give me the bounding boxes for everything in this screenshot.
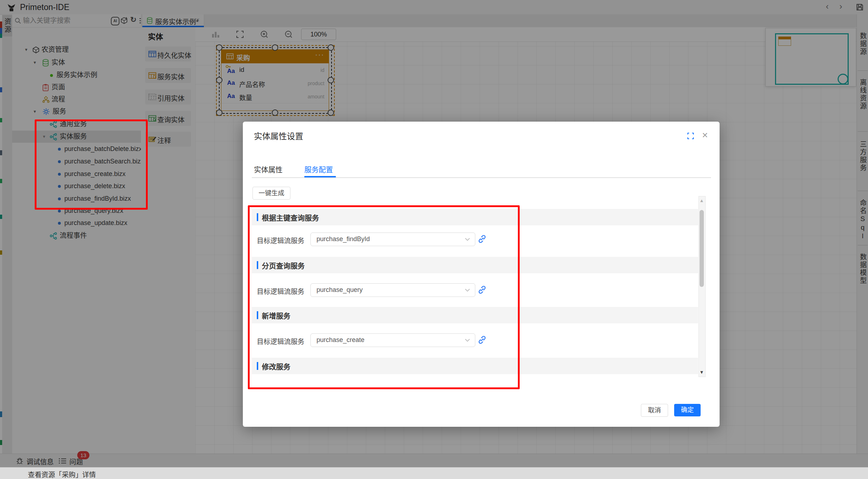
dialog-scrollbar[interactable]: ▲ ▼ bbox=[698, 196, 706, 377]
active-tab-underline bbox=[304, 176, 336, 177]
status-text: 查看资源「采购」详情 bbox=[28, 469, 96, 479]
annotation-box-file-list bbox=[35, 119, 148, 210]
tab-entity-properties[interactable]: 实体属性 bbox=[254, 164, 283, 175]
scroll-down-icon[interactable]: ▼ bbox=[699, 370, 705, 375]
dialog-title: 实体属性设置 bbox=[254, 129, 303, 142]
status-bar: 查看资源「采购」详情 bbox=[0, 467, 868, 479]
scroll-up-icon[interactable]: ▲ bbox=[699, 198, 705, 203]
annotation-box-service-config bbox=[248, 205, 520, 389]
one-click-generate-button[interactable]: 一键生成 bbox=[252, 187, 290, 200]
ok-button[interactable]: 确定 bbox=[674, 404, 701, 416]
cancel-button[interactable]: 取消 bbox=[641, 404, 668, 417]
maximize-icon[interactable] bbox=[687, 132, 694, 140]
tab-service-config[interactable]: 服务配置 bbox=[304, 164, 333, 175]
scrollbar-thumb[interactable] bbox=[700, 210, 704, 287]
app-root: Primeton-IDE ‹ › 资源 bbox=[0, 0, 868, 479]
close-icon[interactable]: × bbox=[702, 129, 708, 141]
